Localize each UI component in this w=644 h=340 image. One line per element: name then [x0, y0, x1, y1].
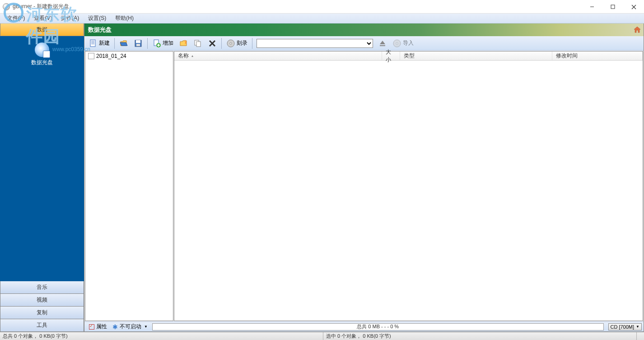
- toolbar-separator: [221, 38, 222, 49]
- minimize-button[interactable]: [582, 0, 602, 14]
- drive-dropdown[interactable]: [257, 39, 373, 48]
- column-size[interactable]: 大小: [382, 52, 400, 60]
- burn-button-label: 刻录: [237, 39, 247, 47]
- add-button[interactable]: 增加: [150, 38, 176, 49]
- sidebar-item-label: 数据光盘: [31, 59, 53, 66]
- properties-button[interactable]: 属性: [86, 323, 110, 331]
- svg-rect-9: [136, 40, 140, 43]
- file-icon: [88, 53, 94, 59]
- svg-rect-21: [380, 45, 385, 46]
- sidebar: 数据 数据光盘 音乐 视频 复制 工具: [0, 24, 84, 332]
- section-header: 数据光盘: [84, 24, 644, 36]
- tree-root-node[interactable]: 2018_01_24: [85, 52, 173, 61]
- media-type-selector[interactable]: CD [700M] ▼: [608, 323, 642, 331]
- import-button[interactable]: 导入: [390, 38, 416, 49]
- tree-root-label: 2018_01_24: [96, 53, 126, 59]
- svg-rect-1: [611, 5, 615, 9]
- import-disc-icon: [392, 39, 401, 48]
- sidebar-tab-copy[interactable]: 复制: [0, 307, 84, 319]
- list-header: 名称 ▴ 大小 类型 修改时间: [174, 52, 643, 61]
- toolbar-separator: [252, 38, 252, 49]
- menu-settings[interactable]: 设置(S): [84, 14, 111, 23]
- sidebar-tab-data[interactable]: 数据: [0, 24, 84, 36]
- burn-disc-icon: [226, 39, 235, 48]
- check-icon: [89, 324, 94, 330]
- column-type[interactable]: 类型: [400, 52, 552, 60]
- add-button-label: 增加: [163, 39, 173, 47]
- sidebar-content: 数据光盘: [0, 36, 84, 281]
- status-selected: 选中 0 个对象， 0 KB(0 字节): [323, 332, 637, 340]
- save-button[interactable]: [131, 38, 145, 49]
- progress-text: 总共 0 MB - - - 0 %: [357, 323, 399, 330]
- media-type-label: CD [700M]: [611, 324, 635, 330]
- home-icon[interactable]: [633, 25, 642, 34]
- menubar: 文件(F) 查看(V) 操作(A) 设置(S) 帮助(H): [0, 14, 644, 24]
- window-title: gBurner - 新建数据光盘: [13, 3, 69, 10]
- menu-file[interactable]: 文件(F): [3, 14, 29, 23]
- svg-rect-16: [196, 42, 201, 47]
- status-total: 总共 0 个对象， 0 KB(0 字节): [0, 332, 323, 340]
- gear-icon: ✱: [112, 323, 118, 331]
- menu-help[interactable]: 帮助(H): [111, 14, 138, 23]
- sidebar-tab-video[interactable]: 视频: [0, 294, 84, 307]
- list-body[interactable]: [174, 61, 643, 321]
- save-icon: [134, 39, 143, 48]
- toolbar-separator: [147, 38, 148, 49]
- new-document-icon: [89, 39, 98, 48]
- eject-button[interactable]: [376, 38, 389, 49]
- import-button-label: 导入: [403, 39, 414, 47]
- new-button[interactable]: 新建: [86, 38, 112, 49]
- maximize-button[interactable]: [602, 0, 623, 14]
- titlebar: gBurner - 新建数据光盘: [0, 0, 644, 14]
- tree-pane[interactable]: 2018_01_24: [85, 51, 173, 321]
- eject-icon: [378, 39, 387, 48]
- autorun-label: 不可启动: [120, 323, 141, 331]
- chevron-down-icon: ▼: [636, 325, 639, 329]
- burn-button[interactable]: 刻录: [224, 38, 250, 49]
- menu-view[interactable]: 查看(V): [29, 14, 56, 23]
- list-pane[interactable]: 名称 ▴ 大小 类型 修改时间: [174, 51, 643, 321]
- inner-statusbar: 属性 ✱ 不可启动 ▼ 总共 0 MB - - - 0 % CD [700M] …: [84, 321, 644, 331]
- svg-point-23: [396, 42, 398, 44]
- svg-rect-10: [136, 44, 140, 46]
- sidebar-item-data-disc[interactable]: 数据光盘: [29, 41, 55, 68]
- sidebar-tab-tools[interactable]: 工具: [0, 319, 84, 332]
- sidebar-tab-music[interactable]: 音乐: [0, 281, 84, 294]
- new-button-label: 新建: [99, 39, 110, 47]
- add-folder-icon: [179, 39, 188, 48]
- autorun-button[interactable]: ✱ 不可启动 ▼: [112, 323, 148, 331]
- content-area: 数据光盘 新建: [84, 24, 644, 332]
- sort-indicator-icon: ▴: [191, 54, 193, 58]
- add-folder-button[interactable]: [177, 38, 190, 49]
- statusbar: 总共 0 个对象， 0 KB(0 字节) 选中 0 个对象， 0 KB(0 字节…: [0, 332, 644, 340]
- open-folder-icon: [119, 39, 128, 48]
- section-title: 数据光盘: [88, 26, 112, 34]
- delete-button[interactable]: [205, 38, 219, 49]
- add-icon: [152, 39, 161, 48]
- toolbar: 新建 增加: [84, 36, 644, 51]
- column-name[interactable]: 名称 ▴: [174, 52, 382, 60]
- app-icon: [3, 3, 10, 10]
- close-button[interactable]: [623, 0, 644, 14]
- disc-icon: [35, 42, 49, 57]
- open-button[interactable]: [117, 38, 131, 49]
- svg-rect-4: [90, 40, 95, 47]
- progress-bar: 总共 0 MB - - - 0 %: [152, 323, 604, 331]
- copy-icon: [193, 39, 202, 48]
- svg-point-20: [230, 42, 232, 44]
- toolbar-separator: [114, 38, 115, 49]
- properties-label: 属性: [96, 323, 107, 331]
- copy-button[interactable]: [191, 38, 205, 49]
- menu-action[interactable]: 操作(A): [56, 14, 84, 23]
- delete-icon: [208, 39, 217, 48]
- chevron-down-icon: ▼: [144, 325, 148, 329]
- column-modified[interactable]: 修改时间: [552, 52, 643, 60]
